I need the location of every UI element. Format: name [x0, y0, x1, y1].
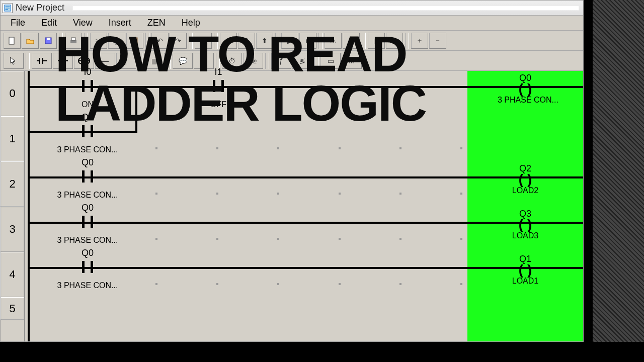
ladder-canvas[interactable]: I0 ON I1 OFF Q0 ( ) 3 PHASE CON...	[25, 71, 583, 341]
coil-symbol-icon: ( )	[498, 219, 553, 231]
run-icon[interactable]: ▶	[281, 33, 298, 49]
application-window: New Project File Edit View Insert ZEN He…	[0, 0, 584, 342]
menu-edit[interactable]: Edit	[34, 17, 64, 29]
comment-icon[interactable]: 💬	[173, 53, 193, 69]
hline-icon[interactable]: —	[95, 53, 115, 69]
rung-number[interactable]: 0	[1, 71, 24, 116]
pointer-icon[interactable]	[4, 53, 24, 69]
simulate-icon[interactable]: ▦	[386, 33, 403, 49]
svg-rect-9	[133, 37, 136, 39]
rung-4[interactable]: Q0 3 PHASE CON... Q1 ( ) LOAD1	[30, 252, 583, 297]
menu-file[interactable]: File	[4, 17, 32, 29]
title-stripe	[72, 6, 579, 11]
rung-number[interactable]: 5	[1, 297, 24, 320]
grid-dots	[155, 193, 462, 196]
upload-icon[interactable]: ⬆	[256, 33, 273, 49]
separator-icon	[59, 33, 63, 49]
grid-dots	[155, 238, 462, 241]
contact-I0[interactable]: I0 ON	[75, 76, 100, 96]
contact-Q0[interactable]: Q0 3 PHASE CON...	[75, 257, 100, 277]
toolbar-1: ✂ ↶ ↷ 🔍 ⇄ ⬇ ⬆ ▶ ■ ⚠ ⚙ ▥ ▦ ＋ －	[1, 31, 583, 51]
download-icon[interactable]: ⬇	[238, 33, 255, 49]
coil-symbol-icon: ( )	[498, 174, 553, 186]
print-icon[interactable]	[65, 33, 82, 49]
coil-Q2[interactable]: Q2 ( ) LOAD2	[498, 163, 553, 195]
paste-icon[interactable]	[126, 33, 143, 49]
save-icon[interactable]	[40, 33, 57, 49]
coil-symbol-icon: ( )	[498, 83, 553, 96]
app-icon	[3, 3, 13, 13]
menu-insert[interactable]: Insert	[102, 17, 138, 29]
ladder-editor[interactable]: 0 1 2 3 4 5 I0 ON I1 OFF	[1, 71, 583, 341]
function-icon[interactable]: ƒ	[271, 53, 291, 69]
zoom-in-icon[interactable]: ＋	[411, 33, 428, 49]
bottom-black-bar	[0, 342, 644, 362]
cut-icon[interactable]: ✂	[90, 33, 107, 49]
contact-no-icon[interactable]	[32, 53, 52, 69]
separator-icon	[189, 33, 193, 49]
rung-3[interactable]: Q0 3 PHASE CON... Q3 ( ) LOAD3	[30, 207, 583, 252]
rung-0[interactable]: I0 ON I1 OFF Q0 ( ) 3 PHASE CON...	[30, 71, 583, 116]
vline-icon[interactable]: │	[116, 53, 136, 69]
svg-rect-7	[115, 39, 119, 44]
coil-comment: LOAD3	[498, 231, 553, 240]
connect-icon[interactable]: ⇄	[220, 33, 237, 49]
menu-help[interactable]: Help	[175, 17, 207, 29]
contact-Q0[interactable]: Q0 3 PHASE CON...	[75, 212, 100, 232]
coil-Q3[interactable]: Q3 ( ) LOAD3	[498, 209, 553, 240]
redo-icon[interactable]: ↷	[170, 33, 187, 49]
menubar: File Edit View Insert ZEN Help	[1, 16, 583, 31]
separator-icon	[314, 53, 318, 69]
monitor-icon[interactable]: ▥	[368, 33, 385, 49]
rung-number[interactable]: 1	[1, 116, 24, 161]
separator-icon	[216, 53, 220, 69]
stop-icon[interactable]: ■	[299, 33, 316, 49]
coil-Q1[interactable]: Q1 ( ) LOAD1	[498, 254, 553, 286]
warning-icon[interactable]: ⚠	[325, 33, 342, 49]
separator-icon	[167, 53, 171, 69]
contact-nc-icon[interactable]	[53, 53, 73, 69]
separator-icon	[318, 33, 323, 49]
memory-icon[interactable]: M	[342, 53, 362, 69]
menu-view[interactable]: View	[66, 17, 100, 29]
rung-number[interactable]: 2	[1, 161, 24, 207]
display-icon[interactable]: ▭	[320, 53, 341, 69]
rung-1[interactable]: Q0 3 PHASE CON...	[30, 116, 583, 161]
undo-icon[interactable]: ↶	[151, 33, 169, 49]
grid-icon[interactable]: ▦	[144, 53, 165, 69]
grid-dots	[155, 147, 462, 150]
find-icon[interactable]: 🔍	[195, 33, 212, 49]
separator-icon	[405, 33, 409, 49]
right-hatched-panel	[589, 0, 644, 342]
separator-icon	[265, 53, 269, 69]
contact-Q0[interactable]: Q0 3 PHASE CON...	[75, 166, 100, 187]
timer-icon[interactable]: ⏱	[222, 53, 242, 69]
rung-number[interactable]: 4	[1, 252, 24, 297]
new-icon[interactable]	[4, 33, 21, 49]
menu-zen[interactable]: ZEN	[140, 17, 173, 29]
coil-icon[interactable]	[74, 53, 94, 69]
compare-icon[interactable]: ≶	[292, 53, 312, 69]
contact-address: I0	[75, 67, 100, 77]
zoom-out-icon[interactable]: －	[429, 33, 446, 49]
label-icon[interactable]: 🏷	[194, 53, 214, 69]
branch-vertical	[135, 86, 137, 133]
separator-icon	[362, 33, 366, 49]
copy-icon[interactable]	[108, 33, 125, 49]
separator-icon	[138, 53, 142, 69]
rung-2[interactable]: Q0 3 PHASE CON... Q2 ( ) LOAD2	[30, 161, 583, 207]
contact-I1[interactable]: I1 OFF	[206, 76, 231, 96]
separator-icon	[84, 33, 88, 49]
counter-icon[interactable]: №	[243, 53, 263, 69]
compile-icon[interactable]: ⚙	[343, 33, 360, 49]
grid-dots	[155, 283, 462, 286]
rung-number[interactable]: 3	[1, 207, 24, 252]
open-icon[interactable]	[22, 33, 39, 49]
contact-address: Q0	[75, 157, 100, 168]
coil-Q0[interactable]: Q0 ( ) 3 PHASE CON...	[498, 73, 553, 105]
coil-symbol-icon: ( )	[498, 264, 553, 277]
contact-Q0[interactable]: Q0 3 PHASE CON...	[75, 121, 100, 141]
svg-rect-5	[71, 38, 75, 40]
separator-icon	[214, 33, 218, 49]
contact-comment: ON	[55, 100, 120, 109]
